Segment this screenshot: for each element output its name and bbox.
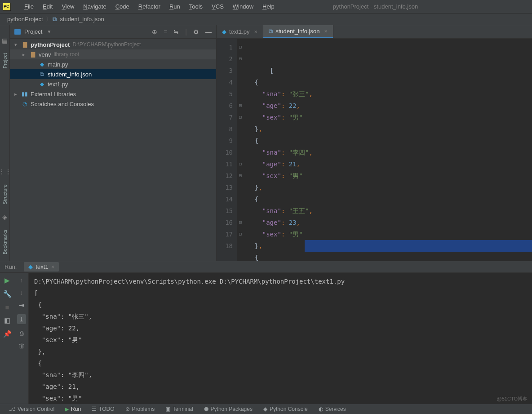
chevron-right-icon: 〉 bbox=[45, 15, 53, 23]
python-icon: ◆ bbox=[263, 406, 267, 412]
run-tab[interactable]: ◆ text1 × bbox=[24, 262, 59, 272]
trash-icon[interactable]: 🗑 bbox=[18, 342, 25, 349]
python-file-icon: ◆ bbox=[222, 28, 226, 35]
branch-icon: ⎇ bbox=[9, 406, 15, 412]
chevron-down-icon[interactable]: ▼ bbox=[47, 29, 51, 34]
sb-services[interactable]: ◐Services bbox=[313, 406, 351, 412]
list-icon: ☰ bbox=[92, 406, 97, 412]
pin-icon[interactable]: 📌 bbox=[3, 330, 12, 338]
project-view-icon bbox=[14, 29, 21, 35]
rail-structure[interactable]: Structure bbox=[2, 183, 8, 206]
json-file-icon: ⧉ bbox=[269, 28, 273, 35]
sb-todo[interactable]: ☰TODO bbox=[86, 406, 120, 412]
menu-tools[interactable]: Tools bbox=[185, 1, 207, 12]
play-icon: ▶ bbox=[65, 406, 69, 412]
down-arrow-icon[interactable]: ↓ bbox=[20, 289, 23, 296]
highlight-line bbox=[305, 240, 532, 252]
main-area: ▤ Project ⋮⋮ Structure ◈ Bookmarks Proje… bbox=[0, 25, 532, 261]
run-button[interactable]: ▶ bbox=[4, 276, 10, 285]
watermark: @51CTO博客 bbox=[497, 396, 528, 402]
menu-run[interactable]: Run bbox=[165, 1, 185, 12]
tree-file-text1[interactable]: ◆ text1.py bbox=[10, 79, 216, 89]
up-arrow-icon[interactable]: ↑ bbox=[20, 276, 23, 284]
run-label: Run: bbox=[4, 263, 17, 270]
bookmark-icon[interactable]: ◈ bbox=[2, 214, 7, 221]
soft-wrap-icon[interactable]: ⇥ bbox=[19, 302, 24, 309]
titlebar: FileEditViewNavigateCodeRefactorRunTools… bbox=[0, 0, 532, 13]
sb-run[interactable]: ▶Run bbox=[60, 406, 86, 412]
tree-scratches[interactable]: ◔ Scratches and Consoles bbox=[10, 99, 216, 109]
warning-icon: ⊘ bbox=[125, 406, 130, 412]
project-tree: ▾▇ pythonProject D:\PYCHARM\pythonProjec… bbox=[10, 39, 216, 261]
json-file-icon: ⧉ bbox=[53, 16, 57, 23]
run-header: Run: ◆ text1 × bbox=[0, 261, 532, 273]
menu-window[interactable]: Window bbox=[228, 1, 258, 12]
terminal-icon: ▣ bbox=[165, 406, 170, 412]
code-content[interactable]: [ { "sna": "张三", "age": 22, "sex": "男" }… bbox=[244, 39, 532, 261]
services-icon: ◐ bbox=[319, 406, 323, 412]
rail-bookmarks[interactable]: Bookmarks bbox=[2, 228, 8, 256]
menu-file[interactable]: File bbox=[20, 1, 38, 12]
breadcrumb-root[interactable]: pythonProject bbox=[5, 15, 45, 23]
expand-all-icon[interactable]: ≡ bbox=[164, 28, 167, 36]
close-icon[interactable]: × bbox=[254, 28, 258, 35]
structure-icon[interactable]: ⋮⋮ bbox=[0, 168, 11, 175]
tab-text1[interactable]: ◆ text1.py × bbox=[217, 25, 263, 38]
close-icon[interactable]: × bbox=[324, 28, 328, 35]
folder-icon[interactable]: ▤ bbox=[2, 37, 8, 44]
gear-icon[interactable]: ⚙ bbox=[193, 28, 199, 36]
gutter: 123456789101112131415161718 bbox=[217, 39, 237, 261]
tree-file-main[interactable]: ◆ main.py bbox=[10, 59, 216, 69]
breadcrumb: pythonProject 〉 ⧉ student_info.json bbox=[0, 13, 532, 25]
locate-icon[interactable]: ⊕ bbox=[152, 28, 157, 36]
sb-python-console[interactable]: ◆Python Console bbox=[258, 406, 313, 412]
project-panel: Project ▼ ⊕ ≡ ≒ | ⚙ — ▾▇ pythonProject D… bbox=[10, 25, 217, 261]
wrench-icon[interactable]: 🔧 bbox=[3, 290, 12, 298]
menu-refactor[interactable]: Refactor bbox=[134, 1, 165, 12]
menu-view[interactable]: View bbox=[57, 1, 79, 12]
run-toolbar-left: ▶ 🔧 ■ ◧ 📌 bbox=[0, 273, 14, 404]
editor-tabs: ◆ text1.py × ⧉ student_info.json × bbox=[217, 25, 532, 39]
tree-file-studentinfo[interactable]: ⧉ student_info.json bbox=[10, 69, 216, 79]
package-icon: ⬢ bbox=[204, 406, 208, 412]
tree-root[interactable]: ▾▇ pythonProject D:\PYCHARM\pythonProjec… bbox=[10, 40, 216, 49]
menu-edit[interactable]: Edit bbox=[38, 1, 57, 12]
sb-packages[interactable]: ⬢Python Packages bbox=[199, 406, 258, 412]
scroll-to-end-icon[interactable]: ⤓ bbox=[17, 314, 26, 324]
menu-navigate[interactable]: Navigate bbox=[79, 1, 111, 12]
left-rail: ▤ Project ⋮⋮ Structure ◈ Bookmarks bbox=[0, 25, 10, 261]
editor-area: ◆ text1.py × ⧉ student_info.json × 12345… bbox=[217, 25, 532, 261]
window-title: pythonProject - student_info.json bbox=[279, 3, 418, 10]
sb-version-control[interactable]: ⎇Version Control bbox=[4, 406, 60, 412]
stop-button[interactable]: ■ bbox=[5, 303, 9, 311]
menu-vcs[interactable]: VCS bbox=[207, 1, 228, 12]
rail-project[interactable]: Project bbox=[2, 51, 8, 70]
sb-problems[interactable]: ⊘Problems bbox=[120, 406, 160, 412]
statusbar: ⎇Version Control ▶Run ☰TODO ⊘Problems ▣T… bbox=[0, 404, 532, 414]
collapse-all-icon[interactable]: ≒ bbox=[173, 28, 179, 36]
project-panel-title[interactable]: Project bbox=[24, 28, 42, 35]
python-file-icon: ◆ bbox=[28, 263, 33, 270]
breadcrumb-file[interactable]: student_info.json bbox=[58, 15, 106, 23]
layout-icon[interactable]: ◧ bbox=[4, 316, 10, 325]
menu-code[interactable]: Code bbox=[111, 1, 134, 12]
sb-terminal[interactable]: ▣Terminal bbox=[160, 406, 198, 412]
tab-studentinfo[interactable]: ⧉ student_info.json × bbox=[263, 25, 333, 38]
console-output[interactable]: D:\PYCHARM\pythonProject\venv\Scripts\py… bbox=[29, 273, 532, 404]
project-panel-header: Project ▼ ⊕ ≡ ≒ | ⚙ — bbox=[10, 25, 216, 39]
tree-external-libs[interactable]: ▸▮▮ External Libraries bbox=[10, 89, 216, 99]
tree-venv[interactable]: ▸▇ venv library root bbox=[10, 49, 216, 59]
run-panel: Run: ◆ text1 × ▶ 🔧 ■ ◧ 📌 ↑ ↓ ⇥ ⤓ ⎙ 🗑 D:\… bbox=[0, 261, 532, 404]
code-editor[interactable]: 123456789101112131415161718 ⊟⊟⊟⊟⊟⊟⊟⊟ [ {… bbox=[217, 39, 532, 261]
pycharm-logo-icon bbox=[3, 3, 11, 11]
fold-bar[interactable]: ⊟⊟⊟⊟⊟⊟⊟⊟ bbox=[237, 39, 244, 261]
print-icon[interactable]: ⎙ bbox=[20, 329, 23, 337]
close-icon[interactable]: × bbox=[51, 263, 55, 270]
menu-help[interactable]: Help bbox=[258, 1, 279, 12]
hide-icon[interactable]: — bbox=[205, 28, 212, 36]
run-toolbar-right: ↑ ↓ ⇥ ⤓ ⎙ 🗑 bbox=[14, 273, 29, 404]
